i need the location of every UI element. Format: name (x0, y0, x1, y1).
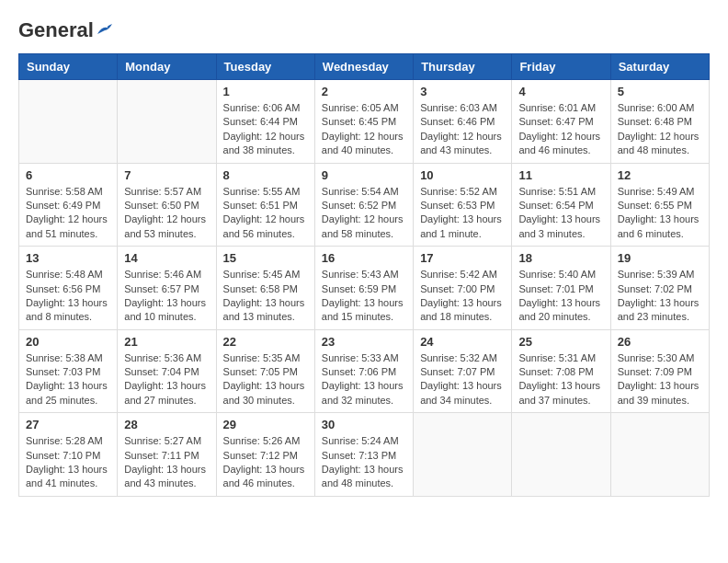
calendar-cell (512, 413, 610, 497)
day-info: Sunrise: 5:57 AM Sunset: 6:50 PM Dayligh… (124, 185, 209, 242)
day-info: Sunrise: 5:48 AM Sunset: 6:56 PM Dayligh… (26, 268, 110, 325)
day-info: Sunrise: 6:01 AM Sunset: 6:47 PM Dayligh… (518, 101, 603, 158)
day-number: 22 (223, 335, 308, 349)
calendar-cell: 16Sunrise: 5:43 AM Sunset: 6:59 PM Dayli… (314, 247, 413, 330)
calendar-table: SundayMondayTuesdayWednesdayThursdayFrid… (18, 53, 710, 497)
calendar-cell: 7Sunrise: 5:57 AM Sunset: 6:50 PM Daylig… (118, 163, 216, 247)
weekday-header-friday: Friday (512, 54, 610, 80)
calendar-week-row: 1Sunrise: 6:06 AM Sunset: 6:44 PM Daylig… (19, 80, 710, 164)
day-number: 15 (223, 251, 308, 265)
weekday-header-wednesday: Wednesday (314, 54, 413, 80)
day-number: 12 (618, 168, 702, 182)
weekday-header-tuesday: Tuesday (216, 54, 314, 80)
day-number: 6 (26, 168, 110, 182)
day-number: 21 (124, 335, 209, 349)
day-info: Sunrise: 5:36 AM Sunset: 7:04 PM Dayligh… (124, 351, 209, 408)
day-number: 5 (618, 85, 702, 98)
weekday-header-sunday: Sunday (19, 54, 118, 80)
day-number: 25 (518, 335, 603, 349)
day-info: Sunrise: 5:58 AM Sunset: 6:49 PM Dayligh… (26, 185, 110, 242)
calendar-cell (414, 413, 512, 497)
calendar-week-row: 27Sunrise: 5:28 AM Sunset: 7:10 PM Dayli… (19, 413, 710, 497)
calendar-cell: 11Sunrise: 5:51 AM Sunset: 6:54 PM Dayli… (512, 163, 610, 247)
calendar-cell: 13Sunrise: 5:48 AM Sunset: 6:56 PM Dayli… (19, 247, 118, 330)
day-number: 14 (124, 251, 209, 265)
calendar-header-row: SundayMondayTuesdayWednesdayThursdayFrid… (19, 54, 710, 80)
day-info: Sunrise: 5:49 AM Sunset: 6:55 PM Dayligh… (618, 185, 702, 242)
day-number: 16 (322, 251, 406, 265)
day-number: 7 (124, 168, 209, 182)
day-number: 8 (223, 168, 308, 182)
day-info: Sunrise: 6:00 AM Sunset: 6:48 PM Dayligh… (618, 101, 702, 158)
day-info: Sunrise: 5:31 AM Sunset: 7:08 PM Dayligh… (518, 351, 603, 408)
day-number: 3 (420, 85, 505, 98)
calendar-cell: 23Sunrise: 5:33 AM Sunset: 7:06 PM Dayli… (314, 329, 413, 413)
day-number: 30 (322, 418, 406, 431)
calendar-cell (118, 80, 216, 164)
weekday-header-monday: Monday (118, 54, 216, 80)
calendar-cell: 9Sunrise: 5:54 AM Sunset: 6:52 PM Daylig… (314, 163, 413, 247)
day-info: Sunrise: 5:46 AM Sunset: 6:57 PM Dayligh… (124, 268, 209, 325)
day-number: 18 (518, 251, 603, 265)
calendar-cell: 3Sunrise: 6:03 AM Sunset: 6:46 PM Daylig… (414, 80, 512, 164)
day-number: 19 (618, 251, 702, 265)
calendar-cell: 27Sunrise: 5:28 AM Sunset: 7:10 PM Dayli… (19, 413, 118, 497)
logo-bird-icon (96, 23, 116, 38)
day-info: Sunrise: 5:40 AM Sunset: 7:01 PM Dayligh… (518, 268, 603, 325)
calendar-week-row: 13Sunrise: 5:48 AM Sunset: 6:56 PM Dayli… (19, 247, 710, 330)
calendar-cell: 19Sunrise: 5:39 AM Sunset: 7:02 PM Dayli… (610, 247, 709, 330)
calendar-cell: 12Sunrise: 5:49 AM Sunset: 6:55 PM Dayli… (610, 163, 709, 247)
day-number: 1 (223, 85, 308, 98)
day-info: Sunrise: 5:28 AM Sunset: 7:10 PM Dayligh… (26, 434, 110, 491)
calendar-cell: 5Sunrise: 6:00 AM Sunset: 6:48 PM Daylig… (610, 80, 709, 164)
calendar-cell: 8Sunrise: 5:55 AM Sunset: 6:51 PM Daylig… (216, 163, 314, 247)
day-number: 29 (223, 418, 308, 431)
calendar-cell: 4Sunrise: 6:01 AM Sunset: 6:47 PM Daylig… (512, 80, 610, 164)
day-number: 26 (618, 335, 702, 349)
calendar-cell: 2Sunrise: 6:05 AM Sunset: 6:45 PM Daylig… (314, 80, 413, 164)
calendar-cell (19, 80, 118, 164)
calendar-cell: 20Sunrise: 5:38 AM Sunset: 7:03 PM Dayli… (19, 329, 118, 413)
calendar-cell: 30Sunrise: 5:24 AM Sunset: 7:13 PM Dayli… (314, 413, 413, 497)
day-number: 27 (26, 418, 110, 431)
day-info: Sunrise: 6:03 AM Sunset: 6:46 PM Dayligh… (420, 101, 505, 158)
day-number: 9 (322, 168, 406, 182)
calendar-cell: 17Sunrise: 5:42 AM Sunset: 7:00 PM Dayli… (414, 247, 512, 330)
weekday-header-thursday: Thursday (414, 54, 512, 80)
day-info: Sunrise: 5:32 AM Sunset: 7:07 PM Dayligh… (420, 351, 505, 408)
day-info: Sunrise: 5:54 AM Sunset: 6:52 PM Dayligh… (322, 185, 406, 242)
day-info: Sunrise: 6:05 AM Sunset: 6:45 PM Dayligh… (322, 101, 406, 158)
day-info: Sunrise: 5:51 AM Sunset: 6:54 PM Dayligh… (518, 185, 603, 242)
day-number: 17 (420, 251, 505, 265)
day-number: 13 (26, 251, 110, 265)
weekday-header-saturday: Saturday (610, 54, 709, 80)
logo-general: General (18, 18, 94, 42)
day-info: Sunrise: 5:39 AM Sunset: 7:02 PM Dayligh… (618, 268, 702, 325)
calendar-cell: 14Sunrise: 5:46 AM Sunset: 6:57 PM Dayli… (118, 247, 216, 330)
page-header: General (18, 18, 710, 39)
day-info: Sunrise: 5:30 AM Sunset: 7:09 PM Dayligh… (618, 351, 702, 408)
calendar-cell: 22Sunrise: 5:35 AM Sunset: 7:05 PM Dayli… (216, 329, 314, 413)
day-number: 11 (518, 168, 603, 182)
calendar-cell: 21Sunrise: 5:36 AM Sunset: 7:04 PM Dayli… (118, 329, 216, 413)
day-info: Sunrise: 6:06 AM Sunset: 6:44 PM Dayligh… (223, 101, 308, 158)
day-info: Sunrise: 5:42 AM Sunset: 7:00 PM Dayligh… (420, 268, 505, 325)
day-info: Sunrise: 5:45 AM Sunset: 6:58 PM Dayligh… (223, 268, 308, 325)
day-info: Sunrise: 5:55 AM Sunset: 6:51 PM Dayligh… (223, 185, 308, 242)
calendar-week-row: 6Sunrise: 5:58 AM Sunset: 6:49 PM Daylig… (19, 163, 710, 247)
calendar-cell (610, 413, 709, 497)
calendar-cell: 6Sunrise: 5:58 AM Sunset: 6:49 PM Daylig… (19, 163, 118, 247)
day-info: Sunrise: 5:52 AM Sunset: 6:53 PM Dayligh… (420, 185, 505, 242)
calendar-cell: 29Sunrise: 5:26 AM Sunset: 7:12 PM Dayli… (216, 413, 314, 497)
day-info: Sunrise: 5:33 AM Sunset: 7:06 PM Dayligh… (322, 351, 406, 408)
calendar-week-row: 20Sunrise: 5:38 AM Sunset: 7:03 PM Dayli… (19, 329, 710, 413)
day-number: 23 (322, 335, 406, 349)
calendar-cell: 28Sunrise: 5:27 AM Sunset: 7:11 PM Dayli… (118, 413, 216, 497)
calendar-cell: 1Sunrise: 6:06 AM Sunset: 6:44 PM Daylig… (216, 80, 314, 164)
day-info: Sunrise: 5:24 AM Sunset: 7:13 PM Dayligh… (322, 434, 406, 491)
day-number: 10 (420, 168, 505, 182)
day-number: 28 (124, 418, 209, 431)
day-info: Sunrise: 5:26 AM Sunset: 7:12 PM Dayligh… (223, 434, 308, 491)
calendar-cell: 25Sunrise: 5:31 AM Sunset: 7:08 PM Dayli… (512, 329, 610, 413)
calendar-cell: 10Sunrise: 5:52 AM Sunset: 6:53 PM Dayli… (414, 163, 512, 247)
